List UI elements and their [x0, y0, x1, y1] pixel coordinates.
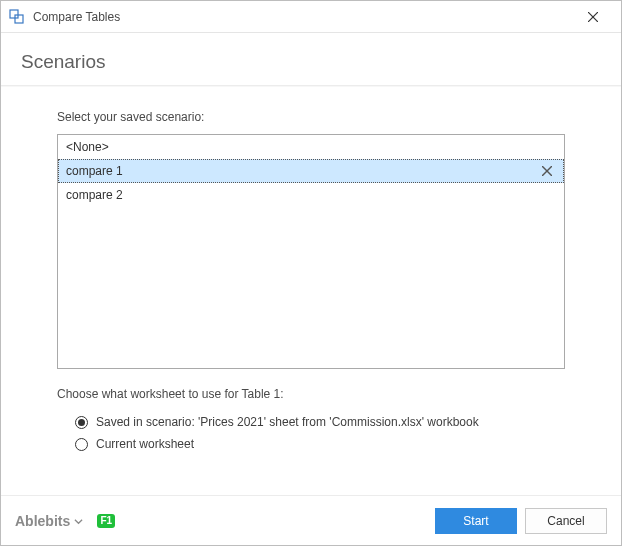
radio-label: Current worksheet	[96, 437, 194, 451]
scenario-item-label: compare 2	[66, 183, 556, 207]
start-button[interactable]: Start	[435, 508, 517, 534]
radio-saved-scenario[interactable]: Saved in scenario: 'Prices 2021' sheet f…	[57, 411, 565, 433]
brand-label: Ablebits	[15, 513, 70, 529]
svg-rect-1	[15, 15, 23, 23]
scenario-item-compare2[interactable]: compare 2	[58, 183, 564, 207]
svg-rect-0	[10, 10, 18, 18]
content: Select your saved scenario: <None> compa…	[1, 86, 621, 495]
close-button[interactable]	[573, 2, 613, 32]
footer: Ablebits F1 Start Cancel	[1, 495, 621, 545]
titlebar: Compare Tables	[1, 1, 621, 33]
scenario-listbox[interactable]: <None> compare 1 compare 2	[57, 134, 565, 369]
app-icon	[9, 9, 25, 25]
scenario-item-none[interactable]: <None>	[58, 135, 564, 159]
radio-icon	[75, 416, 88, 429]
scenario-list-label: Select your saved scenario:	[57, 110, 565, 124]
brand-link[interactable]: Ablebits	[15, 513, 83, 529]
chevron-down-icon	[74, 513, 83, 529]
worksheet-label: Choose what worksheet to use for Table 1…	[57, 387, 565, 401]
page-title: Scenarios	[21, 51, 601, 73]
cancel-button[interactable]: Cancel	[525, 508, 607, 534]
scenario-item-label: compare 1	[66, 159, 538, 183]
header: Scenarios	[1, 33, 621, 86]
scenario-item-label: <None>	[66, 135, 556, 159]
radio-label: Saved in scenario: 'Prices 2021' sheet f…	[96, 415, 479, 429]
scenario-item-compare1[interactable]: compare 1	[58, 159, 564, 183]
radio-current-worksheet[interactable]: Current worksheet	[57, 433, 565, 455]
delete-scenario-icon[interactable]	[538, 162, 556, 180]
help-button[interactable]: F1	[97, 514, 115, 528]
window-title: Compare Tables	[33, 10, 573, 24]
radio-icon	[75, 438, 88, 451]
